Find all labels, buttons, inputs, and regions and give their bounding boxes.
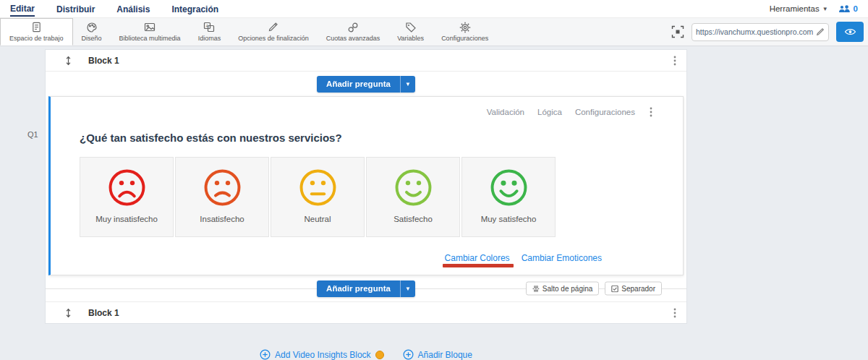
nav-integracion[interactable]: Integración <box>171 2 218 16</box>
change-emoticons-link[interactable]: Cambiar Emoticones <box>522 253 602 263</box>
block-menu-dots-icon[interactable] <box>672 307 678 320</box>
tab-label: Cuotas avanzadas <box>326 35 380 42</box>
svg-text:A: A <box>206 24 209 28</box>
smiley-options-row: Muy insatisfecho Insatisfecho <box>80 157 654 237</box>
block-title: Block 1 <box>88 308 119 318</box>
question-title[interactable]: ¿Qué tan satisfecho estás con nuestros s… <box>80 132 654 144</box>
canvas-footer: Add Video Insights Block Añadir Bloque <box>45 349 687 360</box>
separator-button[interactable]: Separador <box>605 282 662 296</box>
chevron-down-icon: ▼ <box>822 6 828 12</box>
collaborators-counter[interactable]: 0 <box>838 4 858 14</box>
option-muy-satisfecho[interactable]: Muy satisfecho <box>461 157 556 237</box>
nav-distribuir[interactable]: Distribuir <box>56 2 95 16</box>
toolbar-right-cluster <box>671 18 868 46</box>
collapse-block-icon[interactable] <box>64 56 72 66</box>
tab-cuotas-avanzadas[interactable]: Cuotas avanzadas <box>318 18 389 46</box>
tab-label: Espacio de trabajo <box>9 35 64 42</box>
option-label: Neutral <box>282 213 353 226</box>
workspace-icon <box>31 22 42 33</box>
tab-idiomas[interactable]: A Idiomas <box>190 18 230 46</box>
option-label: Satisfecho <box>378 213 448 226</box>
tab-espacio-de-trabajo[interactable]: Espacio de trabajo <box>0 18 73 46</box>
users-icon <box>838 4 851 14</box>
option-muy-insatisfecho[interactable]: Muy insatisfecho <box>80 157 174 237</box>
edit-url-pencil-icon[interactable] <box>816 27 825 36</box>
question-footer-links: Cambiar Colores Cambiar Emoticones <box>80 253 654 263</box>
neutral-face-icon <box>297 167 339 208</box>
separator-checkbox-icon <box>611 285 618 292</box>
nav-editar[interactable]: Editar <box>10 1 35 17</box>
gear-icon <box>459 22 471 33</box>
change-colors-link[interactable]: Cambiar Colores <box>445 253 510 263</box>
option-label: Muy insatisfecho <box>91 213 162 226</box>
happy-face-icon <box>393 167 434 208</box>
pencil-flag-icon <box>268 22 279 33</box>
question-meta-links: Validación Lógica Configuraciones <box>80 106 654 119</box>
tag-icon <box>405 22 417 33</box>
survey-url-input[interactable] <box>696 27 813 36</box>
topnav-right-cluster: Herramientas ▼ 0 <box>770 4 858 14</box>
tab-biblioteca-multimedia[interactable]: Biblioteca multimedia <box>111 18 190 46</box>
add-video-insights-label: Add Video Insights Block <box>275 350 371 360</box>
tab-label: Opciones de finalización <box>238 35 309 42</box>
nav-analisis[interactable]: Análisis <box>116 2 150 16</box>
add-block-link[interactable]: Añadir Bloque <box>403 349 472 360</box>
question-code: Q1 <box>27 130 38 139</box>
option-neutral[interactable]: Neutral <box>271 157 365 237</box>
block-header-1: Block 1 <box>46 50 686 72</box>
chain-link-icon <box>347 22 359 33</box>
survey-canvas: Q1 Block 1 Añadir pregunta ▼ <box>0 46 868 360</box>
question-card: Validación Lógica Configuraciones ¿Qué t… <box>48 96 684 275</box>
add-question-dropdown-caret-2[interactable]: ▼ <box>400 280 415 297</box>
option-insatisfecho[interactable]: Insatisfecho <box>175 157 269 237</box>
tab-variables[interactable]: Variables <box>388 18 433 46</box>
herramientas-label: Herramientas <box>770 4 820 13</box>
option-satisfecho[interactable]: Satisfecho <box>366 157 460 237</box>
add-video-insights-link[interactable]: Add Video Insights Block <box>260 349 384 360</box>
tab-label: Variables <box>397 35 424 42</box>
tab-label: Idiomas <box>198 35 221 42</box>
survey-url-field <box>692 23 829 41</box>
add-question-dropdown-caret[interactable]: ▼ <box>400 76 415 93</box>
question-settings-link[interactable]: Configuraciones <box>575 108 635 116</box>
validation-link[interactable]: Validación <box>487 108 524 116</box>
add-question-button-2[interactable]: Añadir pregunta <box>317 280 400 297</box>
block-menu-dots-icon[interactable] <box>672 54 678 67</box>
tab-label: Biblioteca multimedia <box>119 35 181 42</box>
add-question-row-top: Añadir pregunta ▼ <box>46 72 686 96</box>
add-question-button[interactable]: Añadir pregunta <box>317 76 400 93</box>
logic-link[interactable]: Lógica <box>537 108 562 116</box>
block-header-2: Block 1 <box>46 301 686 323</box>
question-menu-dots-icon[interactable] <box>648 106 654 119</box>
option-label: Insatisfecho <box>187 213 258 226</box>
block-title: Block 1 <box>88 56 119 66</box>
page-break-button[interactable]: Salto de página <box>526 282 600 296</box>
top-navigation: Editar Distribuir Análisis Integración H… <box>0 0 868 18</box>
annotation-underline <box>443 264 514 267</box>
collapse-block-icon[interactable] <box>64 308 72 318</box>
palette-icon <box>86 22 98 33</box>
user-count: 0 <box>854 4 858 13</box>
very-happy-face-icon <box>488 167 529 208</box>
add-question-split-button-2: Añadir pregunta ▼ <box>317 280 415 297</box>
premium-coin-icon <box>375 351 384 359</box>
survey-block-panel: Block 1 Añadir pregunta ▼ Validación Lóg… <box>45 49 687 324</box>
add-question-split-button: Añadir pregunta ▼ <box>317 76 415 93</box>
tab-opciones-finalizacion[interactable]: Opciones de finalización <box>229 18 318 46</box>
qr-scan-icon[interactable] <box>671 25 684 38</box>
page-controls: Salto de página Separador <box>526 282 662 296</box>
herramientas-menu[interactable]: Herramientas ▼ <box>770 4 828 13</box>
change-colors-wrap: Cambiar Colores <box>445 253 510 263</box>
eye-icon <box>844 27 856 36</box>
languages-icon: A <box>203 22 215 33</box>
tab-label: Diseño <box>82 35 102 42</box>
sad-face-icon <box>202 167 243 208</box>
tab-diseno[interactable]: Diseño <box>73 18 111 46</box>
preview-eye-button[interactable] <box>836 22 864 42</box>
page-break-icon <box>532 285 540 292</box>
separator-label: Separador <box>621 285 655 293</box>
tab-configuraciones[interactable]: Configuraciones <box>433 18 497 46</box>
plus-circle-icon <box>403 349 414 360</box>
plus-circle-icon <box>260 349 271 360</box>
media-library-icon <box>144 22 156 33</box>
